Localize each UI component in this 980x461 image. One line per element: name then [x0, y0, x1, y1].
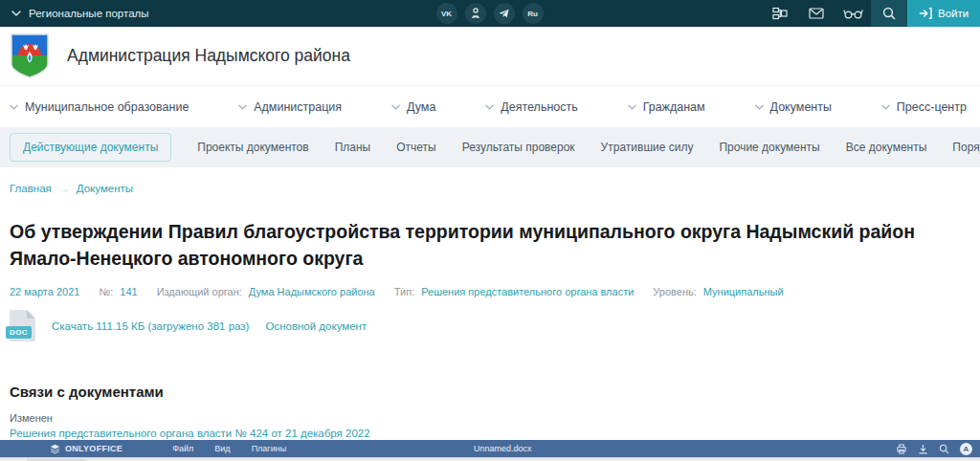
document-type[interactable]: Решения представительного органа власти — [421, 286, 634, 297]
chevron-down-icon — [10, 104, 18, 110]
doc-format-badge: DOC — [6, 326, 32, 339]
onlyoffice-brand-label: ONLYOFFICE — [65, 444, 122, 453]
search-icon — [882, 7, 896, 20]
page-fold — [27, 310, 35, 318]
telegram-link[interactable] — [494, 3, 515, 24]
onlyoffice-logo[interactable]: ONLYOFFICE — [50, 444, 122, 454]
nav-item-citizens[interactable]: Гражданам — [628, 100, 705, 114]
changed-label: Изменен — [10, 412, 970, 424]
download-link[interactable]: Скачать 111.15 КБ (загружено 381 раз) — [52, 320, 249, 332]
regional-portals-label: Региональные порталы — [29, 8, 149, 19]
doc-file-icon: DOC — [10, 310, 35, 341]
type-label: Тип: — [394, 286, 414, 297]
office-menu-file[interactable]: Файл — [172, 444, 193, 453]
nav-item-administration[interactable]: Администрация — [238, 100, 342, 114]
document-number[interactable]: 141 — [120, 286, 137, 297]
chevron-down-icon — [485, 104, 494, 110]
chevron-down-icon — [881, 104, 890, 110]
nav-item-duma[interactable]: Дума — [391, 100, 435, 114]
social-links: VK Ru — [436, 3, 544, 24]
document-date[interactable]: 22 марта 2021 — [10, 286, 79, 297]
chevron-down-icon — [755, 104, 764, 110]
regional-portals-dropdown[interactable]: Региональные порталы — [11, 8, 149, 19]
download-button[interactable] — [918, 444, 928, 454]
ru-icon: Ru — [527, 10, 538, 18]
telegram-plane-icon — [499, 9, 509, 18]
office-toolbar-strip — [0, 457, 980, 461]
onlyoffice-titlebar: ONLYOFFICE Файл Вид Плагины Unnamed.docx… — [0, 440, 980, 457]
glasses-icon — [843, 9, 863, 19]
nav-item-press-center[interactable]: Пресс-центр — [881, 100, 967, 114]
tab-all-documents[interactable]: Все документы — [846, 141, 927, 154]
login-icon — [919, 8, 932, 19]
onlyoffice-layers-icon — [50, 444, 60, 454]
related-document-link[interactable]: Решения представительного органа власти … — [10, 428, 970, 439]
office-filename: Unnamed.docx — [474, 444, 532, 453]
login-button[interactable]: Войти — [907, 0, 980, 27]
tab-inspection-results[interactable]: Результаты проверок — [462, 141, 575, 154]
top-bar: Региональные порталы VK Ru Войти — [0, 0, 980, 27]
nav-label: Администрация — [254, 100, 342, 114]
site-header: Администрация Надымского района — [0, 27, 980, 86]
search-icon — [939, 444, 949, 454]
documents-subnav: Действующие документы Проекты документов… — [0, 127, 980, 167]
breadcrumb: Главная → Документы — [0, 167, 980, 194]
nav-item-activity[interactable]: Деятельность — [485, 100, 577, 114]
document-meta: 22 марта 2021 №: 141 Издающий орган: Дум… — [10, 286, 970, 297]
tab-reports[interactable]: Отчеты — [396, 141, 435, 154]
tab-active-documents[interactable]: Действующие документы — [10, 133, 171, 162]
office-menu-plugins[interactable]: Плагины — [252, 444, 286, 453]
nadym-coat-of-arms-logo[interactable] — [10, 33, 50, 80]
tab-appeal-procedure[interactable]: Порядок обжалования НПА — [952, 141, 980, 154]
tab-plans[interactable]: Планы — [335, 141, 371, 154]
nav-label: Деятельность — [501, 100, 577, 114]
user-avatar[interactable]: A — [960, 443, 972, 455]
issuer-label: Издающий орган: — [157, 286, 242, 297]
office-search-button[interactable] — [939, 444, 949, 454]
nav-label: Документы — [770, 100, 832, 114]
login-label: Войти — [938, 8, 969, 19]
level-label: Уровень: — [653, 286, 696, 297]
main-document-link[interactable]: Основной документ — [265, 320, 367, 332]
ru-link[interactable]: Ru — [523, 3, 544, 24]
chevron-down-icon — [628, 104, 636, 110]
nav-label: Муниципальное образование — [25, 100, 189, 114]
relations-heading: Связи с документами — [10, 384, 970, 400]
tab-other-documents[interactable]: Прочие документы — [719, 141, 819, 154]
chevron-down-icon — [391, 104, 400, 110]
document-level[interactable]: Муниципальный — [703, 286, 784, 297]
document-relations: Связи с документами Изменен Решения пред… — [10, 384, 970, 439]
number-label: №: — [99, 286, 113, 297]
odnoklassniki-link[interactable] — [465, 3, 486, 24]
download-icon — [918, 444, 928, 454]
vk-icon: VK — [441, 10, 452, 18]
search-button[interactable] — [871, 0, 907, 27]
document-title: Об утверждении Правил благоустройства те… — [10, 219, 952, 272]
ok-person-icon — [471, 8, 480, 19]
chevron-down-icon — [238, 104, 247, 110]
nav-label: Пресс-центр — [897, 100, 967, 114]
breadcrumb-home[interactable]: Главная — [10, 183, 52, 194]
nav-label: Дума — [407, 100, 435, 114]
accessibility-button[interactable] — [835, 0, 871, 27]
mail-button[interactable] — [798, 0, 835, 27]
nav-item-municipal[interactable]: Муниципальное образование — [10, 100, 189, 114]
office-menu: Файл Вид Плагины — [172, 444, 286, 453]
nav-item-documents[interactable]: Документы — [755, 100, 832, 114]
sitemap-button[interactable] — [762, 0, 798, 27]
main-navigation: Муниципальное образование Администрация … — [0, 86, 980, 127]
office-actions: A — [896, 443, 972, 455]
tab-draft-documents[interactable]: Проекты документов — [197, 141, 308, 154]
print-icon — [896, 444, 907, 454]
download-section: DOC Скачать 111.15 КБ (загружено 381 раз… — [10, 310, 970, 341]
tab-expired[interactable]: Утратившие силу — [601, 141, 694, 154]
breadcrumb-arrow-icon: → — [59, 184, 69, 194]
vk-link[interactable]: VK — [436, 3, 457, 24]
chevron-down-icon — [11, 11, 21, 16]
breadcrumb-documents[interactable]: Документы — [77, 183, 133, 194]
document-issuer[interactable]: Дума Надымского района — [249, 286, 375, 297]
office-menu-view[interactable]: Вид — [214, 444, 230, 453]
print-button[interactable] — [896, 444, 907, 454]
topbar-actions: Войти — [762, 0, 980, 27]
site-title[interactable]: Администрация Надымского района — [67, 46, 350, 66]
